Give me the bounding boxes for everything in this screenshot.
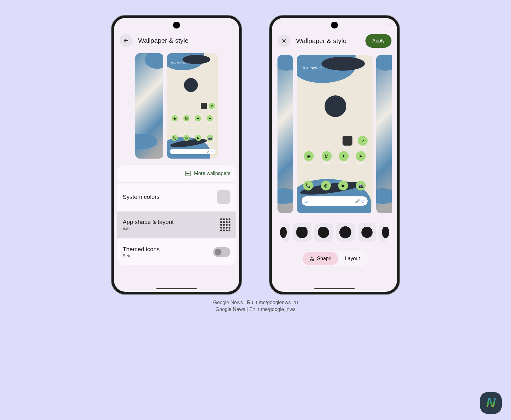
- preview-next[interactable]: [376, 55, 392, 213]
- tab-layout[interactable]: Layout: [338, 252, 367, 265]
- play-icon: ▶: [195, 135, 201, 141]
- shapes-icon: [309, 256, 315, 261]
- color-swatch: [217, 190, 230, 204]
- status-time: · · · ·: [277, 22, 284, 26]
- watermark-letter: N: [486, 396, 496, 410]
- grid-icon: [220, 218, 230, 231]
- telegram-icon: ➤: [356, 151, 366, 161]
- shape-option-squircle[interactable]: [293, 223, 311, 242]
- close-icon: [281, 38, 287, 44]
- wallpaper-icon: [185, 170, 191, 177]
- header: Wallpaper & style Apply: [272, 30, 397, 51]
- apply-button[interactable]: Apply: [365, 34, 391, 48]
- themed-icons-label: Themed icons: [123, 246, 159, 253]
- preview-homescreen[interactable]: Tue, Nov 12 𝘝 ◉ MGmail ✦Photos ➤Telegram…: [167, 53, 218, 159]
- chrome-icon: ◎: [321, 181, 331, 190]
- preview-date: Tue, Nov 12: [171, 61, 186, 64]
- more-wallpapers-button[interactable]: More wallpapers: [117, 165, 236, 182]
- chrome-icon: ◎: [183, 135, 190, 141]
- shape-option-circle[interactable]: [358, 223, 376, 242]
- wallpaper-carousel[interactable]: Tue, Nov 12 𝘝 ◉ MGmail ✦Photos ➤Telegram…: [114, 51, 239, 159]
- camera-notch: [331, 22, 338, 28]
- app-icon: [343, 136, 352, 146]
- app-shape-label: App shape & layout: [123, 219, 174, 225]
- search-bar-preview: G 🎤⊙: [302, 196, 368, 206]
- app-icon: ◉: [304, 151, 314, 161]
- app-shape-sub: 4x5: [123, 226, 174, 231]
- close-button[interactable]: [277, 34, 290, 47]
- camera-icon: 📷: [207, 135, 213, 141]
- app-icon: ◉: [172, 115, 178, 121]
- gmail-icon: M: [183, 115, 190, 121]
- camera-notch: [173, 22, 180, 28]
- camera-icon: 📷: [356, 181, 366, 190]
- phone-right: · · · · ▾▮ Wallpaper & style Apply Tue, …: [269, 15, 400, 294]
- telegram-icon: ➤: [207, 115, 213, 121]
- photos-icon: ✦: [195, 115, 201, 121]
- gmail-icon: M: [322, 151, 332, 161]
- status-time: · · · ·: [120, 22, 126, 26]
- play-icon: ▶: [338, 181, 348, 190]
- header: Wallpaper & style: [114, 30, 239, 51]
- wallpaper-preview-large[interactable]: Tue, Nov 12 Tuvio TV... 𝘝v2rayNG ◉TV whe…: [272, 53, 397, 217]
- shape-layout-tabs: Shape Layout: [301, 251, 368, 266]
- page-title: Wallpaper & style: [296, 37, 360, 45]
- svg-point-1: [310, 259, 312, 261]
- back-button[interactable]: [120, 34, 133, 47]
- nav-handle[interactable]: [156, 288, 197, 289]
- status-icons: ▾▮: [386, 22, 391, 26]
- shape-option-blob[interactable]: [314, 223, 333, 242]
- svg-rect-2: [312, 259, 314, 261]
- system-colors-row[interactable]: System colors: [117, 183, 236, 211]
- app-icon: 𝘝: [209, 103, 215, 109]
- shape-picker: [274, 217, 395, 247]
- preview-lockscreen[interactable]: [135, 53, 163, 159]
- nav-handle[interactable]: [314, 288, 355, 289]
- system-colors-label: System colors: [123, 194, 159, 200]
- phone-icon: 📞: [303, 181, 313, 190]
- phone-icon: 📞: [172, 135, 178, 141]
- tab-shape[interactable]: Shape: [302, 252, 338, 265]
- options-panel: More wallpapers System colors App shape …: [117, 165, 236, 265]
- footer-credit: Google News | Ru: t.me/googlenws_ru Goog…: [0, 299, 511, 313]
- photos-icon: ✦: [339, 151, 349, 161]
- shape-option[interactable]: [283, 223, 290, 242]
- preview-date: Tue, Nov 12: [302, 66, 322, 70]
- shape-option[interactable]: [379, 223, 386, 242]
- status-icons: ▾▮: [228, 22, 234, 26]
- preview-lockscreen[interactable]: [277, 55, 293, 213]
- phone-left: · · · · ▾▮ Wallpaper & style Tue, Nov 12…: [111, 15, 242, 294]
- app-shape-row[interactable]: App shape & layout 4x5: [117, 212, 236, 238]
- arrow-left-icon: [123, 37, 129, 44]
- themed-icons-row[interactable]: Themed icons Beta: [117, 239, 236, 265]
- themed-icons-toggle[interactable]: [213, 247, 230, 257]
- themed-icons-sub: Beta: [123, 253, 159, 258]
- page-title: Wallpaper & style: [138, 37, 234, 44]
- preview-homescreen[interactable]: Tue, Nov 12 Tuvio TV... 𝘝v2rayNG ◉TV whe…: [297, 55, 373, 213]
- watermark-logo: N: [480, 392, 502, 414]
- search-bar-preview: G 🎤⊙: [170, 149, 215, 154]
- app-icon: 𝘝: [358, 136, 368, 146]
- shape-option-flower[interactable]: [336, 223, 355, 242]
